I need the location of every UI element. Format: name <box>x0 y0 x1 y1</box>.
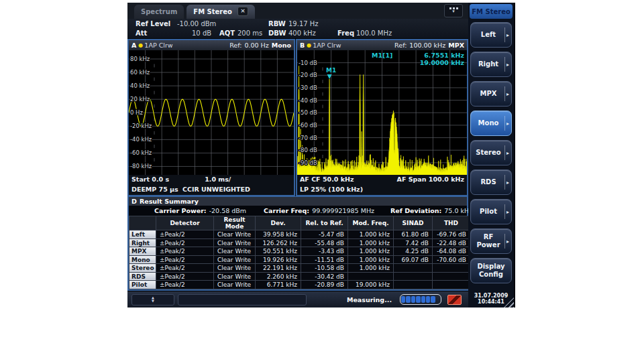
carrier-freq-value: 99.999921985 MHz <box>312 207 374 214</box>
table-cell <box>433 264 470 273</box>
tab-spectrum[interactable]: Spectrum <box>134 5 184 19</box>
ref-deviation-label: Ref Deviation: <box>390 207 441 214</box>
softkey-mpx[interactable]: MPX▸ <box>470 81 512 107</box>
chart-a-panel: A ● 1AP Clrw Ref: 0.00 Hz Mono 80 kHz60 … <box>127 39 295 196</box>
datetime-display: 31.07.2009 10:44:41 <box>468 290 514 307</box>
progress-segment <box>431 296 435 303</box>
table-row: Pilot±Peak/2Clear Write6.771 kHz-20.89 d… <box>129 281 470 289</box>
table-cell: 2.260 kHz <box>256 272 301 281</box>
chart-b-panel: B ● 1AP Clrw Ref: 100.00 kHz MPX M1[1] 6… <box>296 39 468 196</box>
table-cell: 19.000 kHz <box>348 281 394 289</box>
rbw-label: RBW <box>268 20 286 27</box>
freq-value[interactable]: 100.0 MHz <box>356 29 392 37</box>
table-cell: -69.76 dB <box>433 230 470 239</box>
submenu-arrow-icon: ▸ <box>504 145 509 160</box>
table-row: RDS±Peak/2Clear Write2.260 kHz-30.42 dB <box>129 272 470 281</box>
settings-bar: Ref Level -10.00 dBm RBW 19.17 Hz Att 10… <box>127 19 468 39</box>
softkey-menu-title: FM Stereo <box>470 4 513 19</box>
submenu-arrow-icon: ▸ <box>504 57 509 72</box>
tab-fm-stereo-label: FM Stereo <box>193 8 232 15</box>
svg-text:40 kHz: 40 kHz <box>130 82 150 89</box>
progress-bar <box>400 294 441 305</box>
svg-text:-30 dB: -30 dB <box>299 84 317 91</box>
table-cell: -20.89 dB <box>301 281 348 289</box>
chart-b-footer: AF CF 50.0 kHz AF Span 100.0 kHz LP 25% … <box>297 175 467 195</box>
chart-a-svg: 80 kHz60 kHz40 kHz20 kHz0 Hz-20 kHz-40 k… <box>129 50 294 175</box>
softkey-left[interactable]: Left▸ <box>470 22 512 48</box>
table-cell: 19.926 kHz <box>256 255 301 264</box>
chart-b-plot[interactable]: M1[1] 6.7551 kHz 19.0000 kHz M1-10 dB-20… <box>297 50 467 175</box>
window-list-icon[interactable]: ▾ <box>444 4 463 17</box>
chart-b-span: AF Span 100.0 kHz <box>397 176 464 183</box>
softkey-rf-power[interactable]: RF Power▸ <box>470 228 512 254</box>
grid <box>297 50 467 175</box>
svg-text:-80 kHz: -80 kHz <box>130 163 152 169</box>
table-cell: Clear Write <box>214 230 256 239</box>
tab-spectrum-label: Spectrum <box>141 8 177 15</box>
measuring-status: Measuring... <box>347 296 392 303</box>
svg-text:80 kHz: 80 kHz <box>130 56 150 62</box>
marker-readout: M1[1] 6.7551 kHz 19.0000 kHz <box>372 52 464 66</box>
status-bar: ▲ ▼ Measuring... <box>127 291 468 307</box>
softkey-stereo[interactable]: Stereo▸ <box>470 140 512 165</box>
column-header: THD <box>433 216 470 230</box>
softkey-mono[interactable]: Mono▸ <box>470 111 512 136</box>
main-area: Spectrum FM Stereo × ▾ Ref Level -10.00 … <box>127 3 468 307</box>
chart-a-ref-value[interactable]: 0.00 Hz <box>244 42 268 49</box>
tab-fm-stereo[interactable]: FM Stereo × <box>186 5 255 19</box>
softkey-right[interactable]: Right▸ <box>470 52 512 77</box>
chart-a-header: A ● 1AP Clrw Ref: 0.00 Hz Mono <box>129 40 294 50</box>
svg-text:-90 dB: -90 dB <box>299 159 317 166</box>
window-letter-b: B <box>300 42 305 49</box>
table-cell: -64.08 dB <box>433 247 470 256</box>
svg-text:20 kHz: 20 kHz <box>130 96 150 102</box>
column-header: Rel. to Ref. <box>301 216 348 230</box>
table-cell: -10.58 dB <box>301 264 348 273</box>
softkey-display-config[interactable]: Display Config <box>470 258 512 283</box>
window-select-spinner[interactable]: ▲ ▼ <box>131 294 174 305</box>
trace-dot-icon: ● <box>307 42 311 48</box>
close-icon[interactable]: × <box>237 7 248 16</box>
table-cell: -11.51 dB <box>301 255 348 264</box>
table-cell: -70.60 dB <box>433 255 470 264</box>
svg-text:60 kHz: 60 kHz <box>130 69 150 76</box>
submenu-arrow-icon: ▸ <box>504 27 509 42</box>
table-cell: 50.551 kHz <box>256 247 301 256</box>
table-cell: 61.80 dB <box>394 230 433 239</box>
att-value[interactable]: 10 dB <box>192 29 211 37</box>
progress-segment <box>436 296 440 303</box>
y-axis-labels: -10 dB-20 dB-30 dB-40 dB-50 dB-60 dB-70 … <box>299 60 317 166</box>
status-message-field[interactable] <box>178 294 307 305</box>
chart-b-ref-value[interactable]: 100.00 kHz <box>409 42 445 49</box>
table-cell: 39.958 kHz <box>256 230 301 239</box>
submenu-arrow-icon: ▸ <box>504 234 509 249</box>
table-cell: 6.771 kHz <box>256 281 301 289</box>
rbw-value[interactable]: 19.17 Hz <box>288 20 319 27</box>
result-summary-title: D Result Summary <box>129 197 467 206</box>
column-header: Mod. Freq. <box>348 216 394 230</box>
table-row: Right±Peak/2Clear Write126.262 Hz-55.48 … <box>129 238 470 247</box>
progress-segment <box>426 296 430 303</box>
svg-text:-40 dB: -40 dB <box>299 96 317 103</box>
chart-a-plot[interactable]: 80 kHz60 kHz40 kHz20 kHz0 Hz-20 kHz-40 k… <box>129 50 294 175</box>
softkey-rds[interactable]: RDS▸ <box>470 169 512 195</box>
table-cell: Clear Write <box>214 238 256 247</box>
svg-text:-60 dB: -60 dB <box>299 122 317 129</box>
submenu-arrow-icon: ▸ <box>504 175 509 190</box>
chart-b-svg: M1-10 dB-20 dB-30 dB-40 dB-50 dB-60 dB-7… <box>297 50 467 175</box>
chevron-down-icon: ▾ <box>452 9 455 13</box>
row-label: Stereo <box>129 264 156 273</box>
table-cell: ±Peak/2 <box>156 272 214 281</box>
row-label-column-header <box>129 216 156 230</box>
ref-level-value[interactable]: -10.00 dBm <box>177 20 216 27</box>
softkey-pilot[interactable]: Pilot▸ <box>470 199 512 224</box>
column-header: Result Mode <box>214 216 256 230</box>
aqt-value[interactable]: 200 ms <box>237 29 262 37</box>
progress-segment <box>406 296 410 303</box>
column-header: SINAD <box>394 216 433 230</box>
dbw-value[interactable]: 400 kHz <box>288 29 316 37</box>
row-label: MPX <box>129 247 156 256</box>
svg-text:-40 kHz: -40 kHz <box>130 136 152 143</box>
table-cell: 1.000 kHz <box>348 255 394 264</box>
table-cell: ±Peak/2 <box>156 238 214 247</box>
